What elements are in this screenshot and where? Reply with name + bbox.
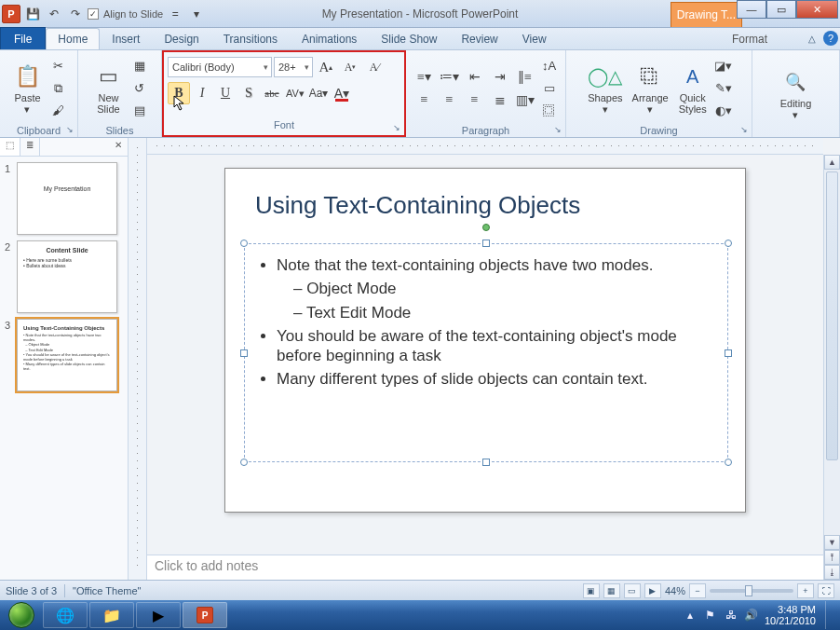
slide-canvas[interactable]: Using Text-Containing Objects Note that … xyxy=(147,155,823,580)
layout-icon[interactable]: ▦ xyxy=(129,56,150,76)
shrink-font-icon[interactable]: A▾ xyxy=(339,56,361,78)
thumbnails-tab-outline[interactable]: ≣ xyxy=(20,138,40,156)
format-painter-icon[interactable]: 🖌 xyxy=(48,101,69,121)
zoom-slider[interactable] xyxy=(710,589,793,593)
tab-view[interactable]: View xyxy=(510,28,559,49)
scrollbar-thumb[interactable] xyxy=(826,171,838,460)
editing-button[interactable]: 🔍 Editing▾ xyxy=(777,65,816,122)
char-spacing-button[interactable]: AV▾ xyxy=(284,82,306,104)
font-color-button[interactable]: A▾ xyxy=(331,82,353,104)
italic-button[interactable]: I xyxy=(191,82,213,104)
tab-transitions[interactable]: Transitions xyxy=(211,28,290,49)
underline-button[interactable]: U xyxy=(214,82,237,104)
columns-icon[interactable]: ▥▾ xyxy=(513,89,537,111)
qat-redo-icon[interactable]: ↷ xyxy=(66,5,85,23)
line-spacing-icon[interactable]: ‖≡ xyxy=(513,65,537,88)
vertical-scrollbar[interactable]: ▲ ▼ ⭱ ⭳ xyxy=(823,155,840,580)
qat-align-checkbox[interactable]: ✓ xyxy=(88,8,99,20)
slideshow-view-icon[interactable]: ▶ xyxy=(644,583,661,598)
shape-outline-icon[interactable]: ✎▾ xyxy=(713,78,734,99)
qat-align-dropdown-icon[interactable]: = xyxy=(166,5,184,23)
maximize-button[interactable]: ▭ xyxy=(766,0,796,19)
tray-network-icon[interactable]: 🖧 xyxy=(724,608,738,623)
taskbar-media-icon[interactable]: ▶ xyxy=(136,602,181,628)
tray-clock[interactable]: 3:48 PM 10/21/2010 xyxy=(765,604,816,626)
copy-icon[interactable]: ⧉ xyxy=(48,78,69,99)
font-launcher-icon[interactable]: ↘ xyxy=(391,122,402,133)
reading-view-icon[interactable]: ▭ xyxy=(624,583,641,598)
minimize-ribbon-icon[interactable]: △ xyxy=(805,31,820,46)
scroll-down-icon[interactable]: ▼ xyxy=(824,535,840,550)
change-case-button[interactable]: Aa▾ xyxy=(307,82,330,104)
font-name-combo[interactable]: Calibri (Body) xyxy=(168,57,272,77)
bullet-item[interactable]: Note that the text-containing objects ha… xyxy=(277,255,712,275)
qat-undo-icon[interactable]: ↶ xyxy=(45,5,63,23)
help-icon[interactable]: ? xyxy=(823,31,838,46)
arrange-button[interactable]: ⿻ Arrange▾ xyxy=(629,60,672,116)
align-left-icon[interactable]: ≡ xyxy=(413,89,437,111)
bullets-icon[interactable]: ≡▾ xyxy=(413,65,437,88)
normal-view-icon[interactable]: ▣ xyxy=(583,583,600,598)
paste-button[interactable]: 📋 Paste▾ xyxy=(9,60,47,116)
zoom-in-icon[interactable]: + xyxy=(797,583,814,598)
text-direction-icon[interactable]: ↕A xyxy=(539,56,560,76)
notes-pane[interactable]: Click to add notes xyxy=(147,555,823,580)
fit-to-window-icon[interactable]: ⛶ xyxy=(818,583,834,598)
smartart-icon[interactable]: ⿴ xyxy=(539,101,560,121)
thumbnails-close-icon[interactable]: ✕ xyxy=(109,138,128,156)
content-textbox[interactable]: Note that the text-containing objects ha… xyxy=(244,243,728,462)
reset-icon[interactable]: ↺ xyxy=(129,78,150,99)
strikethrough-button[interactable]: abc xyxy=(261,82,283,104)
file-tab[interactable]: File xyxy=(0,27,46,49)
bold-button[interactable]: B xyxy=(168,82,190,104)
close-button[interactable]: ✕ xyxy=(796,0,838,19)
textbox-content[interactable]: Note that the text-containing objects ha… xyxy=(245,244,727,404)
slide-thumbnail[interactable]: 1 My Presentation xyxy=(17,162,117,235)
grow-font-icon[interactable]: A▴ xyxy=(315,56,337,78)
section-icon[interactable]: ▤ xyxy=(129,101,150,121)
align-right-icon[interactable]: ≡ xyxy=(463,89,487,111)
taskbar-powerpoint-icon[interactable]: P xyxy=(183,602,227,628)
qat-customize-icon[interactable]: ▾ xyxy=(187,5,206,23)
bullet-item[interactable]: You should be aware of the text-containi… xyxy=(277,326,712,366)
slide[interactable]: Using Text-Containing Objects Note that … xyxy=(224,168,746,513)
numbering-icon[interactable]: ≔▾ xyxy=(438,65,462,88)
start-button[interactable] xyxy=(2,601,41,629)
slide-thumbnail[interactable]: 2 Content Slide • Here are some bullets•… xyxy=(17,240,117,313)
next-slide-icon[interactable]: ⭳ xyxy=(824,565,840,580)
paragraph-launcher-icon[interactable]: ↘ xyxy=(552,124,563,135)
drawing-launcher-icon[interactable]: ↘ xyxy=(738,124,750,135)
tray-flag-icon[interactable]: ⚑ xyxy=(703,608,718,623)
tab-format[interactable]: Format xyxy=(720,28,779,49)
slide-title[interactable]: Using Text-Containing Objects xyxy=(255,191,580,220)
shapes-button[interactable]: ◯△ Shapes▾ xyxy=(584,60,626,116)
shadow-button[interactable]: S xyxy=(237,82,260,104)
tray-volume-icon[interactable]: 🔊 xyxy=(744,608,759,623)
tab-design[interactable]: Design xyxy=(152,28,210,49)
new-slide-button[interactable]: ▭ New Slide xyxy=(90,60,128,116)
align-center-icon[interactable]: ≡ xyxy=(438,89,462,111)
font-size-combo[interactable]: 28+ xyxy=(274,57,313,77)
prev-slide-icon[interactable]: ⭱ xyxy=(824,550,840,565)
shape-effects-icon[interactable]: ◐▾ xyxy=(713,101,734,121)
thumbnails-tab-slides[interactable]: ⬚ xyxy=(0,138,20,156)
rotation-handle[interactable] xyxy=(482,224,490,231)
clipboard-launcher-icon[interactable]: ↘ xyxy=(64,124,75,135)
qat-save-icon[interactable]: 💾 xyxy=(23,5,42,23)
clear-format-icon[interactable]: A∕ xyxy=(363,56,386,78)
zoom-out-icon[interactable]: − xyxy=(689,583,706,598)
sub-bullet-item[interactable]: Object Mode xyxy=(293,279,712,298)
tab-slideshow[interactable]: Slide Show xyxy=(369,28,449,49)
shape-fill-icon[interactable]: ◪▾ xyxy=(713,56,734,76)
tab-insert[interactable]: Insert xyxy=(100,28,152,49)
align-text-icon[interactable]: ▭ xyxy=(539,78,560,99)
sub-bullet-item[interactable]: Text Edit Mode xyxy=(293,303,712,322)
justify-icon[interactable]: ≣ xyxy=(488,89,512,111)
cut-icon[interactable]: ✂ xyxy=(48,56,69,76)
tray-show-hidden-icon[interactable]: ▴ xyxy=(683,608,698,623)
show-desktop-button[interactable] xyxy=(825,601,834,629)
bullet-item[interactable]: Many different types of slide objects ca… xyxy=(277,369,712,389)
scroll-up-icon[interactable]: ▲ xyxy=(824,155,840,170)
quick-styles-button[interactable]: Α Quick Styles xyxy=(674,60,711,116)
taskbar-explorer-icon[interactable]: 📁 xyxy=(89,602,134,628)
